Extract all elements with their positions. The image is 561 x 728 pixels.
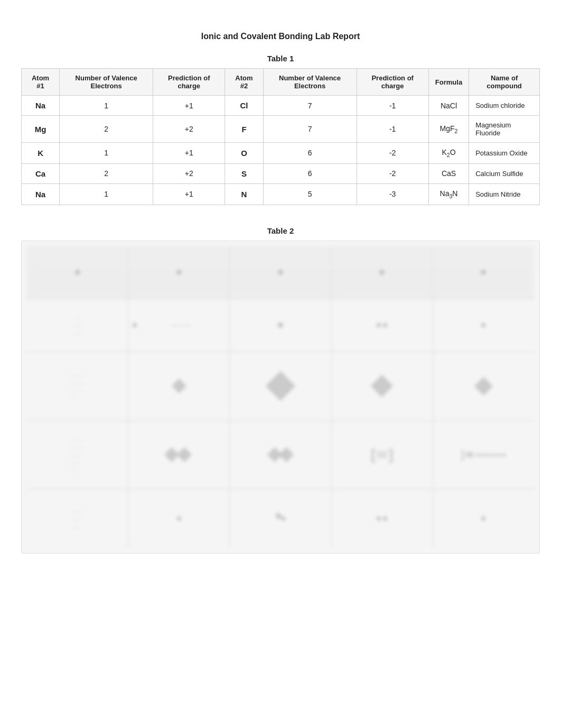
t2-cell: [433, 490, 534, 548]
col-header-valence2: Number of Valence Electrons: [263, 69, 357, 96]
t2-cell: ]: [433, 421, 534, 489]
t2-cell: [128, 490, 230, 548]
t2-cell: [230, 352, 331, 420]
charge1-cell: +1: [153, 183, 225, 205]
charge2-cell: -2: [357, 143, 428, 164]
table2-title: Table 2: [21, 226, 540, 235]
charge1-cell: +2: [153, 163, 225, 183]
page-title: Ionic and Covalent Bonding Lab Report: [21, 32, 540, 41]
atom2-label: N: [241, 190, 247, 199]
t2-cell: [128, 299, 230, 352]
t2-cell: [332, 299, 433, 352]
formula-cell: K2O: [428, 143, 469, 164]
valence1-cell: 1: [60, 143, 153, 164]
name-cell: Magnesium Fluoride: [469, 116, 540, 143]
valence1-cell: 2: [60, 116, 153, 143]
col-header-charge2: Prediction of charge: [357, 69, 428, 96]
col-header-atom2: Atom #2: [225, 69, 263, 96]
atom1-label: K: [38, 149, 43, 158]
t2-cell: [230, 490, 331, 548]
charge2-cell: -3: [357, 183, 428, 205]
t2-cell: ..................: [27, 299, 128, 352]
atom1-label: Mg: [35, 125, 46, 134]
col-header-name: Name of compound: [469, 69, 540, 96]
table1-title: Table 1: [21, 54, 540, 63]
table-row: Mg 2 +2 F 7 -1 MgF2 Magnesium Fluoride: [22, 116, 540, 143]
t2-cell: ............................: [27, 352, 128, 420]
t2-col-header: [433, 246, 534, 299]
charge1-cell: +1: [153, 96, 225, 116]
t2-cell: ·: [128, 421, 230, 489]
atom2-label: F: [241, 125, 246, 134]
valence1-cell: 2: [60, 163, 153, 183]
valence2-cell: 6: [263, 143, 357, 164]
atom2-label: O: [241, 149, 247, 158]
t2-cell: [ ]: [332, 421, 433, 489]
atom1-label: Na: [35, 190, 45, 199]
charge1-cell: +2: [153, 116, 225, 143]
col-header-charge1: Prediction of charge: [153, 69, 225, 96]
charge2-cell: -1: [357, 116, 428, 143]
name-cell: Potassium Oxide: [469, 143, 540, 164]
formula-cell: MgF2: [428, 116, 469, 143]
table2-wrapper: .................. ..............: [21, 241, 540, 554]
valence1-cell: 1: [60, 183, 153, 205]
t2-col-header: [332, 246, 433, 299]
charge2-cell: -1: [357, 96, 428, 116]
formula-cell: NaCl: [428, 96, 469, 116]
t2-col-header: [230, 246, 331, 299]
col-header-atom1: Atom #1: [22, 69, 60, 96]
name-cell: Sodium Nitride: [469, 183, 540, 205]
valence2-cell: 7: [263, 116, 357, 143]
name-cell: Sodium chloride: [469, 96, 540, 116]
atom2-label: S: [241, 169, 247, 178]
formula-cell: Na3N: [428, 183, 469, 205]
atom2-label: Cl: [240, 101, 248, 110]
t2-cell: [433, 352, 534, 420]
col-header-valence1: Number of Valence Electrons: [60, 69, 153, 96]
table-row: K 1 +1 O 6 -2 K2O Potassium Oxide: [22, 143, 540, 164]
t2-cell: [332, 490, 433, 548]
t2-cell: .................: [27, 490, 128, 548]
t2-cell: ..................................: [27, 421, 128, 489]
charge1-cell: +1: [153, 143, 225, 164]
table-row: Na 1 +1 Cl 7 -1 NaCl Sodium chloride: [22, 96, 540, 116]
atom1-label: Na: [35, 101, 45, 110]
formula-cell: CaS: [428, 163, 469, 183]
t2-col-header: [128, 246, 230, 299]
table1: Atom #1 Number of Valence Electrons Pred…: [21, 68, 540, 205]
table-row: Ca 2 +2 S 6 -2 CaS Calcium Sulfide: [22, 163, 540, 183]
t2-cell: [128, 352, 230, 420]
t2-cell: [230, 299, 331, 352]
valence2-cell: 5: [263, 183, 357, 205]
table-row: Na 1 +1 N 5 -3 Na3N Sodium Nitride: [22, 183, 540, 205]
t2-col-header: [27, 246, 128, 299]
valence2-cell: 7: [263, 96, 357, 116]
valence2-cell: 6: [263, 163, 357, 183]
name-cell: Calcium Sulfide: [469, 163, 540, 183]
valence1-cell: 1: [60, 96, 153, 116]
t2-cell: [433, 299, 534, 352]
atom1-label: Ca: [35, 169, 45, 178]
col-header-formula: Formula: [428, 69, 469, 96]
charge2-cell: -2: [357, 163, 428, 183]
t2-cell: [230, 421, 331, 489]
t2-cell: [332, 352, 433, 420]
